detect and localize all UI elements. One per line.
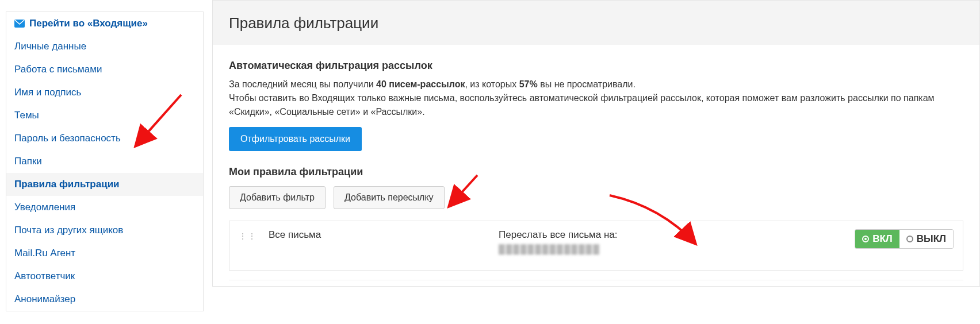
mail-icon <box>14 20 25 28</box>
sidebar-item-mailru-agent[interactable]: Mail.Ru Агент <box>6 242 203 265</box>
rule-toggle[interactable]: ВКЛ ВЫКЛ <box>855 229 954 249</box>
toggle-off-label: ВЫКЛ <box>917 233 946 245</box>
sidebar-item-label: Личные данные <box>14 41 86 52</box>
divider <box>229 280 963 280</box>
sidebar-item-mail-handling[interactable]: Работа с письмами <box>6 58 203 81</box>
drag-handle-icon[interactable]: ⋮⋮ <box>239 232 257 241</box>
toggle-on-label: ВКЛ <box>872 233 893 245</box>
sidebar-item-label: Имя и подпись <box>14 87 81 98</box>
sidebar-item-label: Правила фильтрации <box>14 179 120 190</box>
auto-text-count: 40 писем-рассылок <box>376 79 465 89</box>
auto-text-pre: За последний месяц вы получили <box>229 79 376 89</box>
sidebar-item-label: Темы <box>14 110 39 121</box>
sidebar-item-label: Автоответчик <box>14 271 75 282</box>
toggle-on-option[interactable]: ВКЛ <box>855 230 899 248</box>
annotation-arrow-icon <box>604 190 707 259</box>
sidebar-item-personal-data[interactable]: Личные данные <box>6 35 203 58</box>
radio-on-icon <box>862 236 869 242</box>
svg-line-0 <box>135 95 181 146</box>
toggle-off-option[interactable]: ВЫКЛ <box>899 230 953 248</box>
main-header: Правила фильтрации <box>212 0 980 45</box>
auto-text-percent: 57% <box>519 79 538 89</box>
sidebar-item-inbox[interactable]: Перейти во «Входящие» <box>6 12 203 35</box>
main-panel: Правила фильтрации Автоматическая фильтр… <box>212 0 980 324</box>
sidebar-item-label: Папки <box>14 156 42 167</box>
sidebar-item-label: Анонимайзер <box>14 294 75 305</box>
auto-text-line2: Чтобы оставить во Входящих только важные… <box>229 93 935 117</box>
annotation-arrow-icon <box>443 172 500 218</box>
auto-text-post: вы не просматривали. <box>538 79 636 89</box>
sidebar-item-label: Работа с письмами <box>14 64 102 75</box>
sidebar-item-anonymizer[interactable]: Анонимайзер <box>6 288 203 311</box>
filter-newsletters-button[interactable]: Отфильтровать рассылки <box>229 127 362 151</box>
sidebar-item-notifications[interactable]: Уведомления <box>6 196 203 219</box>
sidebar-item-label: Почта из других ящиков <box>14 225 123 236</box>
sidebar-item-label: Mail.Ru Агент <box>14 248 75 259</box>
add-filter-button[interactable]: Добавить фильтр <box>229 186 326 209</box>
auto-filter-text: За последний месяц вы получили 40 писем-… <box>229 78 963 119</box>
sidebar-item-autoresponder[interactable]: Автоответчик <box>6 265 203 288</box>
annotation-arrow-icon <box>124 89 193 164</box>
sidebar-item-label: Пароль и безопасность <box>14 133 121 144</box>
auto-text-mid: , из которых <box>465 79 519 89</box>
add-forward-button[interactable]: Добавить пересылку <box>334 186 445 209</box>
content: Автоматическая фильтрация рассылок За по… <box>212 45 980 287</box>
auto-filter-heading: Автоматическая фильтрация рассылок <box>229 60 963 72</box>
sidebar-item-label: Перейти во «Входящие» <box>29 18 148 29</box>
sidebar-item-filtering-rules[interactable]: Правила фильтрации <box>6 173 203 196</box>
page-title: Правила фильтрации <box>229 14 963 32</box>
my-rules-heading: Мои правила фильтрации <box>229 166 963 178</box>
sidebar-item-label: Уведомления <box>14 202 75 213</box>
rule-row: ⋮⋮ Все письма Переслать все письма на: █… <box>229 221 963 271</box>
svg-line-1 <box>449 175 477 207</box>
rule-condition: Все письма <box>269 229 487 241</box>
rule-buttons: Добавить фильтр Добавить пересылку <box>229 186 963 209</box>
sidebar-item-external-mail[interactable]: Почта из других ящиков <box>6 219 203 242</box>
radio-off-icon <box>906 236 913 242</box>
